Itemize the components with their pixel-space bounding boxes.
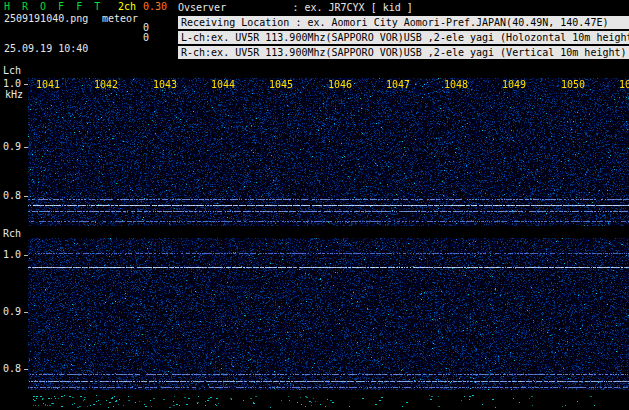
- lch-axis-unit: kHz: [5, 90, 23, 100]
- signal-activity-strip: [28, 391, 629, 409]
- rch-axis-label: Rch: [3, 229, 21, 239]
- lch-axis-label: Lch: [3, 66, 21, 76]
- time-label: 1049: [502, 80, 526, 90]
- rch-tick-mark: [24, 369, 28, 370]
- time-label: 10: [619, 80, 629, 90]
- channel-mode: 2ch: [118, 2, 136, 12]
- app-title: H R O F F T: [4, 2, 103, 12]
- time-label: 1046: [328, 80, 352, 90]
- lch-tick-mark: [24, 147, 28, 148]
- meteor-label: meteor: [102, 14, 138, 24]
- output-filename: 2509191040.png: [4, 14, 88, 24]
- time-label: 1047: [386, 80, 410, 90]
- lch-tick-mark: [24, 196, 28, 197]
- time-label: 1041: [36, 80, 60, 90]
- lch-freq-0-9: 0.9: [3, 142, 21, 152]
- rch-freq-0-8: 0.8: [3, 364, 21, 374]
- hrofft-screen: H R O F F T 2ch 0.30 2509191040.png mete…: [0, 0, 629, 410]
- app-version: 0.30: [143, 2, 167, 12]
- location-line: Receiving Location : ex. Aomori City Aom…: [178, 16, 629, 29]
- time-label: 1048: [444, 80, 468, 90]
- time-label: 1050: [561, 80, 585, 90]
- rch-spectrogram-canvas: [28, 238, 629, 390]
- lch-info-line: L-ch:ex. UV5R 113.900Mhz(SAPPORO VOR)USB…: [178, 31, 629, 44]
- meteor-count-r: 0: [143, 33, 149, 43]
- datetime: 25.09.19 10:40: [4, 44, 88, 54]
- lch-freq-1-0: 1.0: [3, 79, 21, 89]
- rch-tick-mark: [24, 255, 28, 256]
- time-label: 1042: [94, 80, 118, 90]
- time-label: 1045: [269, 80, 293, 90]
- rch-freq-0-9: 0.9: [3, 307, 21, 317]
- rch-freq-1-0: 1.0: [3, 250, 21, 260]
- time-axis: 1041104210431044104510461047104810491050…: [28, 80, 629, 92]
- observer-line: Ovserver : ex. JR7CYX [ kid ]: [178, 3, 413, 13]
- lch-spectrogram-canvas: [28, 78, 629, 226]
- lch-freq-0-8: 0.8: [3, 191, 21, 201]
- time-label: 1043: [153, 80, 177, 90]
- time-label: 1044: [211, 80, 235, 90]
- rch-info-line: R-ch:ex. UV5R 113.900Mhz(SAPPORO VOR)USB…: [178, 46, 629, 59]
- rch-tick-mark: [24, 312, 28, 313]
